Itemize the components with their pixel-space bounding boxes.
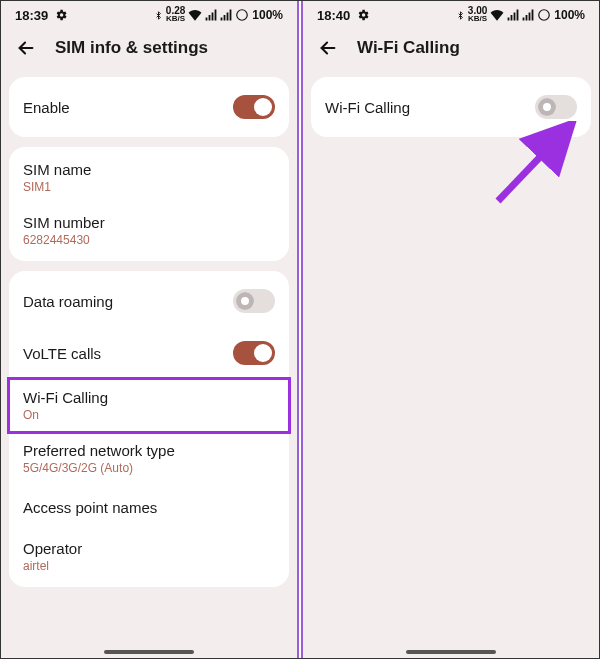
sim-name-value: SIM1 (23, 180, 91, 194)
status-bar: 18:39 0.28 KB/S (1, 1, 297, 27)
sim-number-label: SIM number (23, 214, 105, 231)
gear-icon (356, 8, 370, 22)
card-enable: Enable (9, 77, 289, 137)
nav-pill[interactable] (406, 650, 496, 654)
page-title: Wi-Fi Calling (357, 38, 460, 58)
pref-net-value: 5G/4G/3G/2G (Auto) (23, 461, 175, 475)
card-sim: SIM name SIM1 SIM number 6282445430 (9, 147, 289, 261)
row-enable[interactable]: Enable (9, 81, 289, 133)
roaming-toggle[interactable] (233, 289, 275, 313)
signal1-icon (507, 9, 519, 21)
sim-name-label: SIM name (23, 161, 91, 178)
row-data-roaming[interactable]: Data roaming (9, 275, 289, 327)
status-time: 18:39 (15, 8, 48, 23)
signal1-icon (205, 9, 217, 21)
page-header: SIM info & settings (1, 27, 297, 77)
page-title: SIM info & settings (55, 38, 208, 58)
gear-icon (54, 8, 68, 22)
battery-percent: 100% (554, 8, 585, 22)
battery-icon (537, 8, 551, 22)
bluetooth-icon (154, 9, 163, 22)
enable-toggle[interactable] (233, 95, 275, 119)
signal2-icon (220, 9, 232, 21)
volte-toggle[interactable] (233, 341, 275, 365)
row-wifi-calling[interactable]: Wi-Fi Calling On (9, 379, 289, 432)
wifi-calling-label: Wi-Fi Calling (325, 99, 410, 116)
volte-label: VoLTE calls (23, 345, 101, 362)
signal2-icon (522, 9, 534, 21)
wifi-icon (188, 9, 202, 21)
wifi-calling-label: Wi-Fi Calling (23, 389, 108, 406)
row-sim-number[interactable]: SIM number 6282445430 (9, 204, 289, 257)
apn-label: Access point names (23, 499, 157, 516)
svg-point-1 (539, 10, 550, 21)
status-time: 18:40 (317, 8, 350, 23)
roaming-label: Data roaming (23, 293, 113, 310)
card-network: Data roaming VoLTE calls Wi-Fi Calling O… (9, 271, 289, 587)
operator-value: airtel (23, 559, 82, 573)
sim-number-value: 6282445430 (23, 233, 105, 247)
pref-net-label: Preferred network type (23, 442, 175, 459)
data-speed: 3.00 KB/S (468, 7, 487, 23)
wifi-calling-toggle[interactable] (535, 95, 577, 119)
wifi-calling-status: On (23, 408, 108, 422)
svg-point-0 (237, 10, 248, 21)
card-wifi-calling: Wi-Fi Calling (311, 77, 591, 137)
phone-left: 18:39 0.28 KB/S (1, 1, 299, 658)
back-icon[interactable] (317, 37, 339, 59)
row-apn[interactable]: Access point names (9, 485, 289, 530)
row-wifi-calling[interactable]: Wi-Fi Calling (311, 81, 591, 133)
row-volte[interactable]: VoLTE calls (9, 327, 289, 379)
battery-percent: 100% (252, 8, 283, 22)
operator-label: Operator (23, 540, 82, 557)
enable-label: Enable (23, 99, 70, 116)
bluetooth-icon (456, 9, 465, 22)
back-icon[interactable] (15, 37, 37, 59)
phone-right: 18:40 3.00 KB/S (301, 1, 599, 658)
page-header: Wi-Fi Calling (303, 27, 599, 77)
battery-icon (235, 8, 249, 22)
row-preferred-network[interactable]: Preferred network type 5G/4G/3G/2G (Auto… (9, 432, 289, 485)
row-operator[interactable]: Operator airtel (9, 530, 289, 583)
row-sim-name[interactable]: SIM name SIM1 (9, 151, 289, 204)
wifi-icon (490, 9, 504, 21)
data-speed: 0.28 KB/S (166, 7, 185, 23)
status-bar: 18:40 3.00 KB/S (303, 1, 599, 27)
nav-pill[interactable] (104, 650, 194, 654)
